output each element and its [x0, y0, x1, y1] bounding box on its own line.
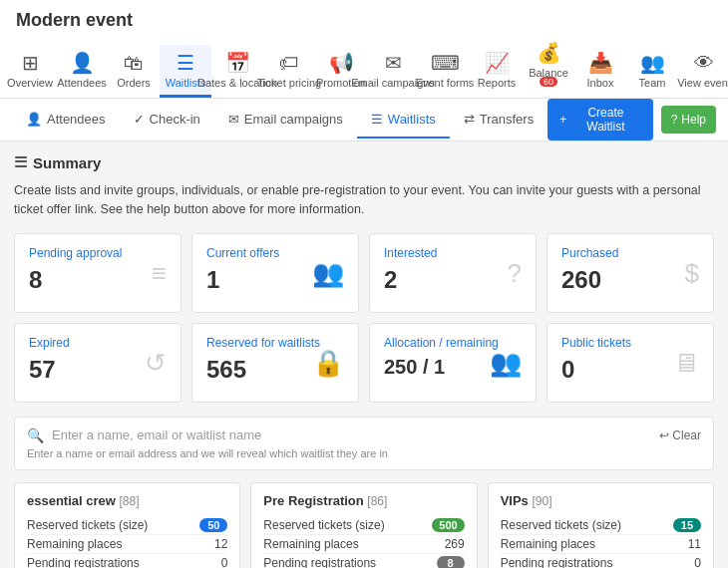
waitlist-title-2: VIPs [90]	[501, 493, 701, 508]
stat-card-2: Interested 2 ?	[369, 233, 537, 313]
row-label-2-0: Reserved tickets (size)	[501, 518, 621, 532]
nav-item-promotion[interactable]: 📢Promotion	[315, 45, 367, 98]
section-title: Summary	[33, 154, 101, 171]
subnav-item-waitlists[interactable]: ☰Waitlists	[357, 102, 450, 139]
stat-card-3: Purchased 260 $	[546, 233, 714, 313]
top-bar: Modern event ⊞Overview👤Attendees🛍Orders☰…	[0, 0, 728, 99]
nav-item-balance[interactable]: 💰Balance60	[523, 35, 574, 98]
stat-icon-4: ↺	[145, 347, 167, 378]
waitlist-row-0-0: Reserved tickets (size) 50	[27, 516, 227, 535]
nav-icon-overview: ⊞	[22, 51, 39, 75]
nav-item-attendees[interactable]: 👤Attendees	[56, 45, 108, 98]
row-label-0-2: Pending registrations	[27, 556, 140, 569]
stat-card-4: Expired 57 ↺	[14, 323, 182, 403]
stat-label-3: Purchased	[561, 246, 699, 260]
stat-value-2: 2	[384, 266, 522, 294]
nav-item-inbox[interactable]: 📥Inbox	[574, 45, 626, 98]
waitlist-count-1: [86]	[367, 494, 387, 508]
sub-nav-right: + Create Waitlist ? Help	[547, 99, 716, 141]
stat-icon-1: 👥	[312, 257, 344, 288]
subnav-icon-email-campaigns: ✉	[228, 112, 239, 127]
waitlist-row-2-2: Pending registrations 0	[501, 554, 701, 569]
clear-button[interactable]: ↩ Clear	[659, 428, 701, 442]
nav-item-orders[interactable]: 🛍Orders	[108, 46, 160, 98]
nav-item-dates[interactable]: 📅Dates & location	[211, 45, 263, 98]
subnav-item-checkin[interactable]: ✓Check-in	[120, 102, 214, 139]
row-label-1-1: Remaining places	[263, 537, 358, 551]
app-title: Modern event	[0, 4, 728, 35]
stat-icon-3: $	[685, 257, 699, 288]
help-button[interactable]: ? Help	[661, 106, 716, 134]
waitlist-row-2-0: Reserved tickets (size) 15	[501, 516, 701, 535]
plus-icon: +	[559, 113, 566, 127]
waitlist-row-2-1: Remaining places 11	[501, 535, 701, 554]
nav-item-email[interactable]: ✉Email campaigns	[367, 45, 419, 98]
waitlist-row-0-2: Pending registrations 0	[27, 554, 227, 569]
row-label-0-1: Remaining places	[27, 537, 122, 551]
waitlist-row-1-0: Reserved tickets (size) 500	[263, 516, 464, 535]
waitlist-card-2: VIPs [90] Reserved tickets (size) 15 Rem…	[488, 482, 714, 569]
help-icon: ?	[671, 113, 678, 127]
val-2-2: 0	[694, 556, 701, 569]
app-container: Modern event ⊞Overview👤Attendees🛍Orders☰…	[0, 0, 728, 568]
nav-item-view-event[interactable]: 👁View event	[678, 46, 728, 98]
clear-label: Clear	[672, 428, 701, 442]
stat-value-0: 8	[29, 266, 167, 294]
nav-icon-balance: 💰	[537, 41, 561, 65]
stat-value-3: 260	[561, 266, 699, 294]
subnav-item-transfers[interactable]: ⇄Transfers	[450, 102, 547, 139]
stat-card-7: Public tickets 0 🖥	[546, 323, 714, 403]
clear-icon: ↩	[659, 428, 669, 442]
waitlist-row-1-2: Pending registrations 8	[263, 554, 464, 569]
waitlist-count-0: [88]	[120, 494, 140, 508]
val-2-1: 11	[688, 537, 701, 551]
val-1-1: 269	[445, 537, 465, 551]
subnav-label-waitlists: Waitlists	[388, 112, 436, 127]
nav-item-ticket-pricing[interactable]: 🏷Ticket pricing	[263, 46, 315, 98]
row-label-2-1: Remaining places	[501, 537, 595, 551]
main-nav: ⊞Overview👤Attendees🛍Orders☰Waitlists📅Dat…	[0, 35, 728, 98]
subnav-icon-transfers: ⇄	[464, 112, 475, 127]
nav-icon-ticket-pricing: 🏷	[279, 52, 299, 75]
stat-label-2: Interested	[384, 246, 522, 260]
waitlist-count-2: [90]	[532, 494, 551, 508]
waitlist-card-0: essential crew [88] Reserved tickets (si…	[14, 482, 240, 569]
sub-nav: 👤Attendees✓Check-in✉Email campaigns☰Wait…	[0, 99, 728, 142]
nav-icon-dates: 📅	[225, 51, 250, 75]
badge-1-0: 500	[432, 518, 464, 532]
row-label-2-2: Pending registrations	[501, 556, 613, 569]
stat-card-0: Pending approval 8 ≡	[14, 233, 182, 313]
waitlist-title-0: essential crew [88]	[27, 493, 227, 508]
nav-item-overview[interactable]: ⊞Overview	[4, 45, 56, 98]
help-label: Help	[681, 113, 706, 127]
nav-icon-forms: ⌨	[431, 51, 460, 75]
val-0-1: 12	[214, 537, 227, 551]
nav-item-reports[interactable]: 📈Reports	[471, 45, 523, 98]
nav-item-waitlists[interactable]: ☰Waitlists	[160, 45, 211, 98]
subnav-label-checkin: Check-in	[150, 112, 200, 127]
nav-item-forms[interactable]: ⌨Event forms	[419, 45, 471, 98]
summary-icon: ☰	[14, 153, 27, 171]
subnav-item-email-campaigns[interactable]: ✉Email campaigns	[214, 102, 357, 139]
stat-card-1: Current offers 1 👥	[191, 233, 359, 313]
stat-card-6: Allocation / remaining 250 / 1 👥	[369, 323, 537, 403]
sub-nav-left: 👤Attendees✓Check-in✉Email campaigns☰Wait…	[12, 102, 547, 139]
waitlist-title-1: Pre Registration [86]	[263, 493, 464, 508]
stat-icon-0: ≡	[152, 257, 167, 288]
search-input[interactable]	[52, 427, 651, 442]
row-label-0-0: Reserved tickets (size)	[27, 518, 148, 532]
stat-label-0: Pending approval	[29, 246, 167, 260]
subnav-label-email-campaigns: Email campaigns	[244, 112, 343, 127]
nav-icon-reports: 📈	[485, 51, 510, 75]
nav-icon-attendees: 👤	[70, 51, 95, 75]
subnav-item-attendees[interactable]: 👤Attendees	[12, 102, 120, 139]
stat-icon-2: ?	[508, 257, 522, 288]
nav-item-team[interactable]: 👥Team	[626, 45, 678, 98]
section-header: ☰ Summary	[14, 153, 714, 171]
badge-1-2: 8	[437, 556, 465, 569]
main-content: ☰ Summary Create lists and invite groups…	[0, 142, 728, 568]
create-waitlist-button[interactable]: + Create Waitlist	[547, 99, 652, 141]
val-0-2: 0	[221, 556, 228, 569]
subnav-label-attendees: Attendees	[47, 112, 106, 127]
nav-icon-email: ✉	[385, 51, 402, 75]
